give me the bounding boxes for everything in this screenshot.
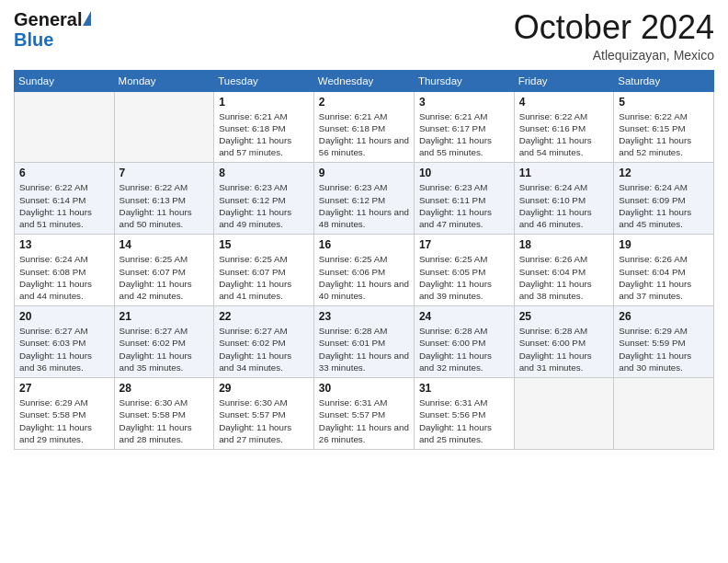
- calendar-cell: 25Sunrise: 6:28 AMSunset: 6:00 PMDayligh…: [514, 306, 614, 378]
- calendar-cell: [114, 91, 214, 163]
- calendar-week-row: 13Sunrise: 6:24 AMSunset: 6:08 PMDayligh…: [15, 235, 714, 306]
- day-number: 5: [619, 96, 709, 109]
- calendar-cell: 10Sunrise: 6:23 AMSunset: 6:11 PMDayligh…: [414, 163, 514, 235]
- day-number: 7: [119, 167, 210, 179]
- calendar-cell: 21Sunrise: 6:27 AMSunset: 6:02 PMDayligh…: [114, 306, 214, 378]
- title-block: October 2024 Atlequizayan, Mexico: [514, 9, 714, 63]
- page: General Blue October 2024 Atlequizayan, …: [0, 0, 728, 563]
- day-number: 8: [219, 167, 309, 179]
- day-number: 30: [319, 382, 409, 395]
- header: General Blue October 2024 Atlequizayan, …: [14, 9, 714, 63]
- day-detail: Sunrise: 6:28 AMSunset: 6:00 PMDaylight:…: [519, 325, 609, 373]
- day-detail: Sunrise: 6:30 AMSunset: 5:57 PMDaylight:…: [219, 396, 309, 445]
- calendar-table: SundayMondayTuesdayWednesdayThursdayFrid…: [14, 70, 714, 450]
- day-number: 26: [619, 310, 709, 323]
- day-number: 19: [619, 238, 709, 251]
- calendar-cell: 9Sunrise: 6:23 AMSunset: 6:12 PMDaylight…: [313, 163, 414, 235]
- day-detail: Sunrise: 6:21 AMSunset: 6:18 PMDaylight:…: [219, 110, 309, 159]
- calendar-cell: 13Sunrise: 6:24 AMSunset: 6:08 PMDayligh…: [15, 235, 115, 306]
- calendar-cell: 22Sunrise: 6:27 AMSunset: 6:02 PMDayligh…: [214, 306, 314, 378]
- calendar-week-row: 6Sunrise: 6:22 AMSunset: 6:14 PMDaylight…: [15, 163, 714, 235]
- month-title: October 2024: [514, 9, 714, 46]
- calendar-cell: 7Sunrise: 6:22 AMSunset: 6:13 PMDaylight…: [114, 163, 214, 235]
- day-detail: Sunrise: 6:27 AMSunset: 6:03 PMDaylight:…: [19, 325, 109, 373]
- day-detail: Sunrise: 6:30 AMSunset: 5:58 PMDaylight:…: [119, 396, 210, 445]
- day-number: 22: [219, 310, 309, 323]
- calendar-cell: [614, 378, 714, 450]
- day-detail: Sunrise: 6:21 AMSunset: 6:17 PMDaylight:…: [419, 110, 509, 159]
- weekday-header-friday: Friday: [514, 70, 614, 91]
- calendar-cell: [514, 378, 614, 450]
- day-number: 29: [219, 382, 309, 395]
- logo-triangle-icon: [83, 11, 91, 26]
- day-detail: Sunrise: 6:27 AMSunset: 6:02 PMDaylight:…: [119, 325, 210, 373]
- calendar-cell: [15, 91, 115, 163]
- day-detail: Sunrise: 6:23 AMSunset: 6:11 PMDaylight:…: [419, 181, 509, 230]
- calendar-week-row: 27Sunrise: 6:29 AMSunset: 5:58 PMDayligh…: [15, 378, 714, 450]
- day-number: 2: [319, 96, 409, 109]
- day-detail: Sunrise: 6:21 AMSunset: 6:18 PMDaylight:…: [319, 110, 409, 159]
- day-number: 3: [419, 96, 509, 109]
- weekday-header-thursday: Thursday: [414, 70, 514, 91]
- calendar-cell: 23Sunrise: 6:28 AMSunset: 6:01 PMDayligh…: [313, 306, 414, 378]
- day-number: 4: [519, 96, 609, 109]
- day-detail: Sunrise: 6:26 AMSunset: 6:04 PMDaylight:…: [519, 253, 609, 302]
- calendar-cell: 20Sunrise: 6:27 AMSunset: 6:03 PMDayligh…: [15, 306, 115, 378]
- calendar-cell: 27Sunrise: 6:29 AMSunset: 5:58 PMDayligh…: [15, 378, 115, 450]
- calendar-cell: 5Sunrise: 6:22 AMSunset: 6:15 PMDaylight…: [614, 91, 714, 163]
- day-number: 28: [119, 382, 210, 395]
- day-number: 9: [319, 167, 409, 179]
- weekday-header-sunday: Sunday: [15, 70, 115, 91]
- calendar-week-row: 1Sunrise: 6:21 AMSunset: 6:18 PMDaylight…: [15, 91, 714, 163]
- day-number: 17: [419, 238, 509, 251]
- calendar-cell: 26Sunrise: 6:29 AMSunset: 5:59 PMDayligh…: [614, 306, 714, 378]
- weekday-header-monday: Monday: [114, 70, 214, 91]
- day-detail: Sunrise: 6:27 AMSunset: 6:02 PMDaylight:…: [219, 325, 309, 373]
- calendar-cell: 24Sunrise: 6:28 AMSunset: 6:00 PMDayligh…: [414, 306, 514, 378]
- calendar-cell: 1Sunrise: 6:21 AMSunset: 6:18 PMDaylight…: [214, 91, 314, 163]
- day-number: 15: [219, 238, 309, 251]
- day-detail: Sunrise: 6:23 AMSunset: 6:12 PMDaylight:…: [319, 181, 409, 230]
- day-detail: Sunrise: 6:24 AMSunset: 6:10 PMDaylight:…: [519, 181, 609, 230]
- day-number: 24: [419, 310, 509, 323]
- calendar-cell: 15Sunrise: 6:25 AMSunset: 6:07 PMDayligh…: [214, 235, 314, 306]
- day-number: 10: [419, 167, 509, 179]
- calendar-cell: 12Sunrise: 6:24 AMSunset: 6:09 PMDayligh…: [614, 163, 714, 235]
- calendar-cell: 19Sunrise: 6:26 AMSunset: 6:04 PMDayligh…: [614, 235, 714, 306]
- day-number: 18: [519, 238, 609, 251]
- day-detail: Sunrise: 6:24 AMSunset: 6:08 PMDaylight:…: [19, 253, 109, 302]
- calendar-cell: 2Sunrise: 6:21 AMSunset: 6:18 PMDaylight…: [313, 91, 414, 163]
- weekday-header-wednesday: Wednesday: [313, 70, 414, 91]
- calendar-week-row: 20Sunrise: 6:27 AMSunset: 6:03 PMDayligh…: [15, 306, 714, 378]
- calendar-cell: 29Sunrise: 6:30 AMSunset: 5:57 PMDayligh…: [214, 378, 314, 450]
- calendar-cell: 31Sunrise: 6:31 AMSunset: 5:56 PMDayligh…: [414, 378, 514, 450]
- day-detail: Sunrise: 6:23 AMSunset: 6:12 PMDaylight:…: [219, 181, 309, 230]
- day-detail: Sunrise: 6:28 AMSunset: 6:00 PMDaylight:…: [419, 325, 509, 373]
- day-detail: Sunrise: 6:31 AMSunset: 5:57 PMDaylight:…: [319, 396, 409, 445]
- day-detail: Sunrise: 6:25 AMSunset: 6:05 PMDaylight:…: [419, 253, 509, 302]
- day-number: 1: [219, 96, 309, 109]
- calendar-cell: 28Sunrise: 6:30 AMSunset: 5:58 PMDayligh…: [114, 378, 214, 450]
- day-number: 11: [519, 167, 609, 179]
- day-detail: Sunrise: 6:22 AMSunset: 6:14 PMDaylight:…: [19, 181, 109, 230]
- day-number: 27: [19, 382, 109, 395]
- weekday-header-saturday: Saturday: [614, 70, 714, 91]
- day-detail: Sunrise: 6:28 AMSunset: 6:01 PMDaylight:…: [319, 325, 409, 373]
- day-number: 20: [19, 310, 109, 323]
- weekday-header-tuesday: Tuesday: [214, 70, 314, 91]
- calendar-cell: 17Sunrise: 6:25 AMSunset: 6:05 PMDayligh…: [414, 235, 514, 306]
- calendar-cell: 11Sunrise: 6:24 AMSunset: 6:10 PMDayligh…: [514, 163, 614, 235]
- day-detail: Sunrise: 6:25 AMSunset: 6:07 PMDaylight:…: [119, 253, 210, 302]
- logo: General Blue: [14, 9, 91, 51]
- day-number: 23: [319, 310, 409, 323]
- day-detail: Sunrise: 6:22 AMSunset: 6:13 PMDaylight:…: [119, 181, 210, 230]
- logo-blue-text: Blue: [14, 29, 53, 51]
- day-detail: Sunrise: 6:25 AMSunset: 6:07 PMDaylight:…: [219, 253, 309, 302]
- day-number: 6: [19, 167, 109, 179]
- calendar-cell: 6Sunrise: 6:22 AMSunset: 6:14 PMDaylight…: [15, 163, 115, 235]
- day-detail: Sunrise: 6:29 AMSunset: 5:58 PMDaylight:…: [19, 396, 109, 445]
- day-detail: Sunrise: 6:24 AMSunset: 6:09 PMDaylight:…: [619, 181, 709, 230]
- calendar-cell: 8Sunrise: 6:23 AMSunset: 6:12 PMDaylight…: [214, 163, 314, 235]
- weekday-header-row: SundayMondayTuesdayWednesdayThursdayFrid…: [15, 70, 714, 91]
- calendar-cell: 18Sunrise: 6:26 AMSunset: 6:04 PMDayligh…: [514, 235, 614, 306]
